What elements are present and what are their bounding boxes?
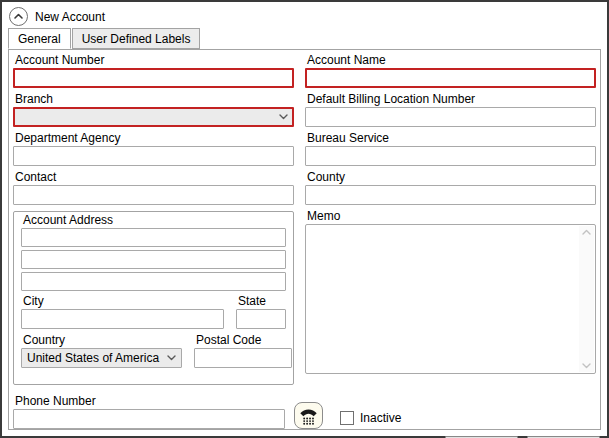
memo-field: Memo: [305, 209, 596, 374]
inactive-checkbox-row[interactable]: Inactive: [340, 411, 401, 429]
state-input[interactable]: [236, 309, 286, 329]
country-value: United States of America: [27, 351, 159, 365]
chevron-down-icon: [279, 114, 288, 120]
scroll-up-icon: [582, 229, 591, 235]
chevron-down-icon: [167, 355, 176, 361]
bureau-service-field: Bureau Service: [305, 131, 596, 166]
postal-code-input[interactable]: [194, 348, 292, 368]
address-line-3-input[interactable]: [21, 272, 286, 291]
county-label: County: [305, 170, 596, 185]
inactive-checkbox[interactable]: [340, 411, 354, 425]
default-billing-location-number-field: Default Billing Location Number: [305, 92, 596, 127]
postal-code-field: Postal Code: [194, 333, 292, 368]
phone-number-field: Phone Number: [13, 394, 285, 429]
state-label: State: [236, 294, 286, 309]
phone-number-label: Phone Number: [13, 394, 285, 409]
country-label: Country: [21, 333, 182, 348]
default-billing-location-number-input[interactable]: [305, 107, 596, 127]
phone-row: Phone Number Inactive: [13, 394, 596, 429]
tab-page-general: Account Number Branch Department Agency: [8, 49, 601, 430]
account-name-label: Account Name: [305, 53, 596, 68]
memo-scrollbar[interactable]: [579, 226, 594, 372]
contact-input[interactable]: [13, 185, 294, 205]
county-field: County: [305, 170, 596, 205]
country-select[interactable]: United States of America: [21, 348, 182, 368]
window-title: New Account: [35, 10, 105, 24]
telephone-icon: [298, 406, 319, 425]
collapse-button[interactable]: [9, 7, 28, 26]
city-input[interactable]: [21, 309, 224, 329]
address-line-2-input[interactable]: [21, 250, 286, 269]
branch-label: Branch: [13, 92, 294, 107]
account-name-input[interactable]: [305, 68, 596, 88]
country-field: Country United States of America: [21, 333, 182, 368]
city-field: City: [21, 294, 224, 329]
city-label: City: [21, 294, 224, 309]
contact-label: Contact: [13, 170, 294, 185]
branch-field: Branch: [13, 92, 294, 127]
state-field: State: [236, 294, 286, 329]
account-number-label: Account Number: [13, 53, 294, 68]
tab-general[interactable]: General: [8, 28, 71, 49]
new-account-window: New Account General User Defined Labels …: [0, 0, 609, 438]
tab-user-defined-labels[interactable]: User Defined Labels: [72, 28, 201, 49]
window-header: New Account: [2, 2, 607, 28]
bureau-service-input[interactable]: [305, 146, 596, 166]
phone-number-input[interactable]: [13, 409, 285, 429]
postal-code-label: Postal Code: [194, 333, 292, 348]
account-address-label: Account Address: [21, 212, 286, 228]
department-agency-label: Department Agency: [13, 131, 294, 146]
account-name-field: Account Name: [305, 53, 596, 88]
contact-field: Contact: [13, 170, 294, 205]
bureau-service-label: Bureau Service: [305, 131, 596, 146]
tab-strip: General User Defined Labels: [2, 28, 607, 49]
address-line-1-input[interactable]: [21, 228, 286, 247]
department-agency-input[interactable]: [13, 146, 294, 166]
account-number-input[interactable]: [13, 68, 294, 88]
phone-dial-button[interactable]: [294, 402, 323, 429]
department-agency-field: Department Agency: [13, 131, 294, 166]
memo-box: [305, 224, 596, 374]
account-address-group: Account Address City State: [13, 211, 294, 385]
county-input[interactable]: [305, 185, 596, 205]
inactive-label: Inactive: [360, 411, 401, 425]
branch-select[interactable]: [13, 107, 294, 127]
chevron-up-icon: [12, 10, 25, 23]
memo-label: Memo: [305, 209, 596, 224]
account-number-field: Account Number: [13, 53, 294, 88]
memo-textarea[interactable]: [307, 226, 579, 372]
default-billing-location-number-label: Default Billing Location Number: [305, 92, 596, 107]
scroll-down-icon: [582, 363, 591, 369]
footer: Add Cancel: [2, 430, 607, 438]
